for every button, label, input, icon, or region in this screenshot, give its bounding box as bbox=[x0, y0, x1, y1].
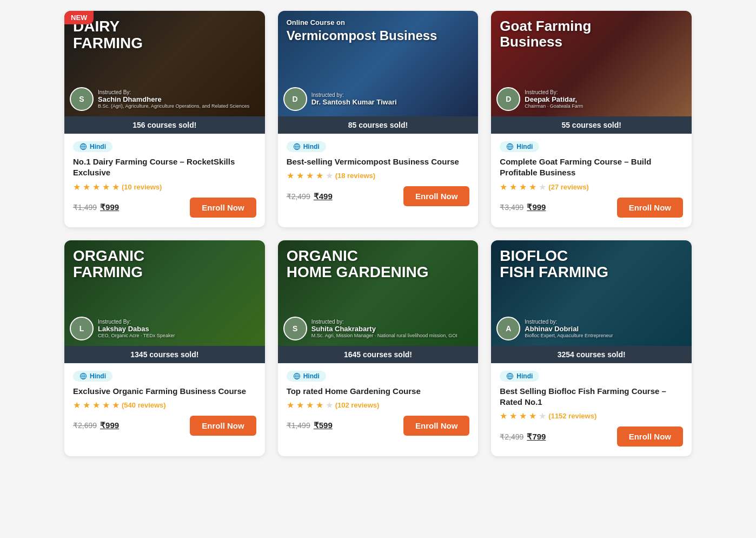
enroll-button[interactable]: Enroll Now bbox=[190, 416, 256, 436]
stars-row: ★★★★★ (10 reviews) bbox=[73, 182, 256, 192]
instructor-row: S Instructed By: Sachin Dhamdhere B.Sc. … bbox=[70, 87, 249, 111]
instructor-info: Instructed by: Abhinav Dobrial Biofloc E… bbox=[525, 319, 613, 338]
reviews-count: (27 reviews) bbox=[548, 183, 588, 191]
star-filled: ★ bbox=[500, 182, 507, 192]
course-name: Exclusive Organic Farming Business Cours… bbox=[73, 386, 256, 397]
price-discounted: ₹799 bbox=[527, 432, 546, 442]
card-image-wrapper: ORGANICHOME GARDENING S Instructed by: S… bbox=[278, 240, 479, 363]
instructor-row: D Instructed By: Deepak Patidar, Chairma… bbox=[496, 87, 583, 111]
instructor-avatar: D bbox=[496, 87, 520, 111]
globe-icon bbox=[293, 143, 301, 150]
star-filled: ★ bbox=[92, 400, 100, 410]
instructor-label: Instructed By: bbox=[98, 319, 175, 325]
enroll-button[interactable]: Enroll Now bbox=[617, 427, 683, 447]
prices: ₹2,499 ₹499 bbox=[287, 192, 333, 201]
globe-icon bbox=[293, 372, 301, 380]
stars-row: ★★★★★ (18 reviews) bbox=[287, 170, 470, 181]
price-discounted: ₹999 bbox=[100, 421, 119, 430]
star-filled: ★ bbox=[519, 411, 527, 421]
card-image: Online Course on Vermicompost Business D… bbox=[278, 11, 479, 116]
courses-sold-bar: 55 courses sold! bbox=[491, 116, 692, 134]
instructor-name: Lakshay Dabas bbox=[98, 325, 175, 333]
language-badge: Hindi bbox=[500, 141, 539, 152]
reviews-count: (1152 reviews) bbox=[548, 412, 596, 420]
language-badge: Hindi bbox=[500, 371, 539, 382]
price-discounted: ₹999 bbox=[100, 202, 119, 212]
card-image-wrapper: ORGANICFARMING L Instructed By: Lakshay … bbox=[64, 240, 265, 363]
globe-icon bbox=[506, 143, 514, 150]
instructor-name: Dr. Santosh Kumar Tiwari bbox=[311, 98, 397, 106]
star-filled: ★ bbox=[316, 170, 323, 181]
course-image-title: ORGANICHOME GARDENING bbox=[287, 248, 470, 281]
reviews-count: (540 reviews) bbox=[122, 401, 166, 409]
language-badge: Hindi bbox=[287, 141, 326, 152]
star-filled: ★ bbox=[296, 400, 304, 410]
instructor-sub: Biofloc Expert, Aquaculture Entrepreneur bbox=[525, 333, 613, 338]
star-empty: ★ bbox=[539, 411, 546, 421]
star-filled: ★ bbox=[83, 182, 90, 192]
course-card-dairy: NEW DAIRYFARMING S Instructed By: Sachin… bbox=[64, 11, 265, 227]
price-discounted: ₹999 bbox=[527, 202, 546, 212]
stars-row: ★★★★★ (27 reviews) bbox=[500, 182, 683, 192]
course-image-title: BIOFLOCFISH FARMING bbox=[500, 248, 683, 281]
card-image-wrapper: BIOFLOCFISH FARMING A Instructed by: Abh… bbox=[491, 240, 692, 363]
instructor-info: Instructed By: Lakshay Dabas CEO, Organi… bbox=[98, 319, 175, 338]
star-filled: ★ bbox=[529, 182, 536, 192]
instructor-row: S Instructed by: Suhita Chakrabarty M.Sc… bbox=[283, 317, 457, 340]
courses-sold-bar: 1345 courses sold! bbox=[64, 346, 265, 363]
language-badge: Hindi bbox=[73, 371, 112, 382]
star-filled: ★ bbox=[509, 411, 517, 421]
course-name: No.1 Dairy Farming Course – RocketSkills… bbox=[73, 156, 256, 179]
language-label: Hindi bbox=[516, 372, 533, 380]
course-name: Complete Goat Farming Course – Build Pro… bbox=[500, 156, 683, 179]
course-card-fish: BIOFLOCFISH FARMING A Instructed by: Abh… bbox=[491, 240, 692, 457]
enroll-button[interactable]: Enroll Now bbox=[617, 198, 683, 218]
courses-sold-bar: 85 courses sold! bbox=[278, 116, 479, 134]
instructor-avatar: S bbox=[70, 87, 94, 111]
instructor-label: Instructed by: bbox=[311, 92, 397, 98]
course-image-title: DAIRYFARMING bbox=[73, 18, 256, 52]
card-image-wrapper: NEW DAIRYFARMING S Instructed By: Sachin… bbox=[64, 11, 265, 134]
course-image-title: ORGANICFARMING bbox=[73, 248, 256, 281]
language-label: Hindi bbox=[90, 143, 106, 150]
price-row: ₹2,499 ₹499 Enroll Now bbox=[287, 186, 470, 206]
instructor-info: Instructed By: Sachin Dhamdhere B.Sc. (A… bbox=[98, 89, 249, 109]
instructor-row: D Instructed by: Dr. Santosh Kumar Tiwar… bbox=[283, 87, 397, 111]
instructor-info: Instructed By: Deepak Patidar, Chairman … bbox=[525, 89, 583, 109]
card-image: DAIRYFARMING S Instructed By: Sachin Dha… bbox=[64, 11, 265, 116]
instructor-row: L Instructed By: Lakshay Dabas CEO, Orga… bbox=[70, 317, 175, 340]
prices: ₹1,499 ₹999 bbox=[73, 202, 119, 212]
star-filled: ★ bbox=[306, 400, 314, 410]
instructor-name: Abhinav Dobrial bbox=[525, 325, 613, 333]
star-filled: ★ bbox=[112, 182, 120, 192]
instructor-avatar: L bbox=[70, 317, 94, 340]
card-image: Goat FarmingBusiness D Instructed By: De… bbox=[491, 11, 692, 116]
price-row: ₹2,699 ₹999 Enroll Now bbox=[73, 416, 256, 436]
instructor-sub: Chairman · Goatwala Farm bbox=[525, 103, 583, 109]
instructor-avatar: A bbox=[496, 317, 520, 340]
course-card-garden: ORGANICHOME GARDENING S Instructed by: S… bbox=[278, 240, 479, 457]
instructor-label: Instructed by: bbox=[525, 319, 613, 325]
prices: ₹3,499 ₹999 bbox=[500, 202, 546, 212]
enroll-button[interactable]: Enroll Now bbox=[190, 198, 256, 218]
prices: ₹2,699 ₹999 bbox=[73, 421, 119, 430]
stars-row: ★★★★★ (1152 reviews) bbox=[500, 411, 683, 421]
card-body: Hindi Best-selling Vermicompost Business… bbox=[278, 134, 479, 216]
star-empty: ★ bbox=[326, 400, 333, 410]
star-empty: ★ bbox=[326, 170, 333, 181]
star-filled: ★ bbox=[296, 170, 304, 181]
course-card-organic: ORGANICFARMING L Instructed By: Lakshay … bbox=[64, 240, 265, 457]
star-empty: ★ bbox=[539, 182, 546, 192]
language-label: Hindi bbox=[303, 372, 320, 380]
price-original: ₹2,499 bbox=[287, 192, 310, 201]
enroll-button[interactable]: Enroll Now bbox=[403, 416, 469, 436]
star-filled: ★ bbox=[92, 182, 100, 192]
instructor-name: Deepak Patidar, bbox=[525, 95, 583, 103]
instructor-sub: CEO, Organic Acre · TEDx Speaker bbox=[98, 333, 175, 338]
language-badge: Hindi bbox=[73, 141, 112, 152]
enroll-button[interactable]: Enroll Now bbox=[403, 186, 469, 206]
instructor-row: A Instructed by: Abhinav Dobrial Biofloc… bbox=[496, 317, 613, 340]
star-filled: ★ bbox=[529, 411, 536, 421]
course-name: Top rated Home Gardening Course bbox=[287, 386, 470, 397]
star-filled: ★ bbox=[112, 400, 120, 410]
